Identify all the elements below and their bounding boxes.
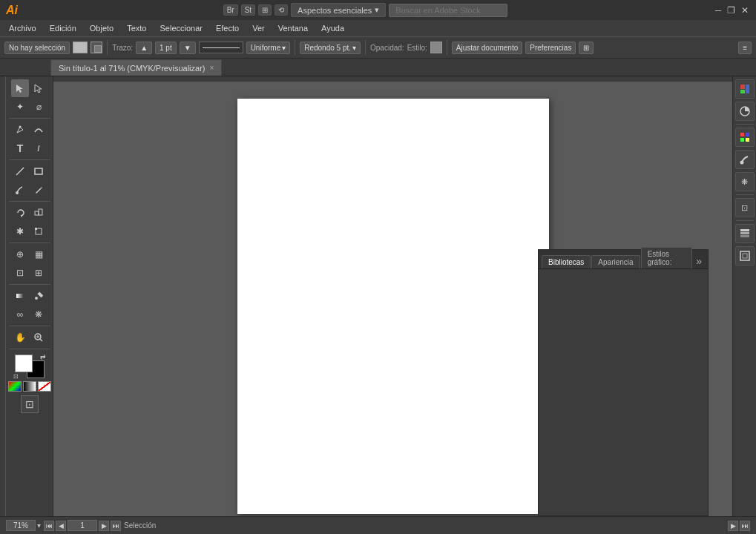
- ctrl-btn-2[interactable]: St: [241, 4, 255, 16]
- tool-row-2: ✦ ⌀: [11, 98, 47, 116]
- gradient-tool[interactable]: [11, 287, 29, 305]
- menu-edicion[interactable]: Edición: [44, 22, 82, 34]
- separator-4: [447, 40, 447, 55]
- workspace-selector[interactable]: Aspectos esenciales ▾: [291, 3, 386, 17]
- rotate-tool[interactable]: [11, 204, 29, 222]
- cap-style-dropdown[interactable]: Redondo 5 pt. ▾: [300, 42, 361, 54]
- free-transform-tool[interactable]: [30, 222, 47, 240]
- maximize-button[interactable]: ❐: [726, 5, 737, 16]
- symbol-sprayer-tool[interactable]: ❋: [30, 306, 47, 323]
- tool-row-6: [11, 181, 47, 199]
- zoom-tool[interactable]: [30, 329, 47, 346]
- tool-sep-6: [9, 326, 50, 326]
- none-mode-button[interactable]: [38, 381, 51, 392]
- stock-search-input[interactable]: [389, 4, 507, 17]
- ctrl-btn-4[interactable]: ⟲: [275, 4, 288, 16]
- menu-seleccionar[interactable]: Seleccionar: [154, 22, 208, 34]
- curvature-tool[interactable]: [30, 121, 47, 139]
- default-colors-icon[interactable]: ⊡: [13, 373, 19, 380]
- nav-next-page-button[interactable]: ▶: [99, 521, 109, 531]
- blend-tool[interactable]: ∞: [11, 306, 29, 323]
- menu-efecto[interactable]: Efecto: [210, 22, 245, 34]
- layers-icon[interactable]: [735, 224, 755, 243]
- menu-objeto[interactable]: Objeto: [84, 22, 119, 34]
- app-logo: Ai: [6, 4, 18, 17]
- swap-colors-icon[interactable]: ⇄: [40, 353, 46, 360]
- trazo-up-btn[interactable]: ▲: [136, 42, 152, 54]
- page-number-input[interactable]: [68, 520, 97, 531]
- artboards-icon[interactable]: [735, 246, 755, 266]
- color-mode-button[interactable]: [8, 381, 22, 392]
- style-color-swatch[interactable]: [430, 42, 442, 53]
- stroke-color-swatch[interactable]: [91, 42, 102, 53]
- swatches-icon[interactable]: [735, 128, 755, 147]
- zoom-control: ▾: [6, 520, 41, 531]
- nav-first-page-button[interactable]: ⏮: [44, 521, 54, 531]
- screen-mode-button[interactable]: ⊡: [21, 395, 39, 413]
- zoom-dropdown-arrow[interactable]: ▾: [37, 521, 41, 530]
- dash-style-preview[interactable]: [199, 42, 243, 53]
- tab-apariencia[interactable]: Apariencia: [591, 255, 640, 268]
- tab-bibliotecas[interactable]: Bibliotecas: [542, 255, 591, 268]
- puppet-warp-tool[interactable]: ✱: [11, 222, 29, 240]
- panel-more-button[interactable]: »: [693, 254, 705, 268]
- tool-row-13: ✋: [11, 329, 47, 346]
- extra-btn[interactable]: ⊞: [579, 42, 594, 54]
- dash-style-dropdown[interactable]: Uniforme ▾: [246, 42, 291, 54]
- pencil-tool[interactable]: [30, 181, 47, 199]
- hand-tool[interactable]: ✋: [11, 329, 29, 346]
- canvas-area[interactable]: Bibliotecas Apariencia Estilos gráfico: …: [53, 76, 732, 516]
- tool-row-3: [11, 121, 47, 139]
- menu-texto[interactable]: Texto: [121, 22, 152, 34]
- status-last-button[interactable]: ⏭: [740, 521, 750, 531]
- tab-estilos-graficos[interactable]: Estilos gráfico:: [641, 247, 693, 268]
- brushes-icon[interactable]: [735, 150, 755, 169]
- document-tab[interactable]: Sin título-1 al 71% (CMYK/Previsualizar)…: [50, 59, 222, 76]
- chart-tool[interactable]: ▦: [30, 245, 47, 263]
- menu-ver[interactable]: Ver: [246, 22, 271, 34]
- scale-tool[interactable]: [30, 204, 47, 222]
- preferencias-button[interactable]: Preferencias: [525, 42, 576, 54]
- status-more-button[interactable]: ▶: [728, 521, 738, 531]
- trazo-label: Trazo:: [112, 44, 133, 52]
- ctrl-btn-1[interactable]: Br: [223, 4, 238, 16]
- shape-builder-tool[interactable]: ⊕: [11, 245, 29, 263]
- type-tool[interactable]: T: [11, 139, 29, 157]
- close-button[interactable]: ✕: [740, 5, 750, 16]
- separator-3: [365, 40, 366, 55]
- zoom-input[interactable]: [6, 520, 36, 531]
- nav-last-page-button[interactable]: ⏭: [111, 521, 121, 531]
- trazo-value[interactable]: 1 pt: [155, 42, 177, 54]
- graphic-styles-icon[interactable]: ⊡: [735, 198, 755, 217]
- selection-tool[interactable]: [11, 79, 29, 97]
- paintbrush-tool[interactable]: [11, 181, 29, 199]
- perspective-grid-tool[interactable]: ⊡: [11, 264, 29, 282]
- nav-prev-page-button[interactable]: ◀: [56, 521, 66, 531]
- panel-toggle-btn[interactable]: ≡: [738, 42, 752, 54]
- cc-libraries-icon[interactable]: [735, 79, 755, 99]
- symbols-icon[interactable]: ❋: [735, 172, 755, 191]
- ajustar-documento-button[interactable]: Ajustar documento: [452, 42, 522, 54]
- rect-tool[interactable]: [30, 162, 47, 180]
- right-panel-sep-1: [736, 124, 754, 125]
- minimize-button[interactable]: ─: [713, 5, 723, 16]
- line-tool[interactable]: [11, 162, 29, 180]
- tab-close-button[interactable]: ×: [209, 64, 214, 72]
- foreground-color-swatch[interactable]: [15, 355, 33, 372]
- menu-ventana[interactable]: Ventana: [272, 22, 314, 34]
- magic-wand-tool[interactable]: ✦: [11, 98, 29, 116]
- vertical-type-tool[interactable]: /: [30, 139, 47, 157]
- ctrl-btn-3[interactable]: ⊞: [258, 4, 272, 16]
- gradient-mode-button[interactable]: [23, 381, 36, 392]
- pen-tool[interactable]: [11, 121, 29, 139]
- direct-selection-tool[interactable]: [30, 79, 47, 97]
- menu-archivo[interactable]: Archivo: [3, 22, 42, 34]
- lasso-tool[interactable]: ⌀: [30, 98, 47, 116]
- eyedropper-tool[interactable]: [30, 287, 47, 305]
- svg-rect-27: [740, 235, 749, 237]
- mesh-tool[interactable]: ⊞: [30, 264, 47, 282]
- fill-color-swatch[interactable]: [73, 42, 88, 53]
- color-panel-icon[interactable]: [735, 102, 755, 121]
- trazo-down-btn[interactable]: ▼: [180, 42, 196, 54]
- menu-ayuda[interactable]: Ayuda: [315, 22, 350, 34]
